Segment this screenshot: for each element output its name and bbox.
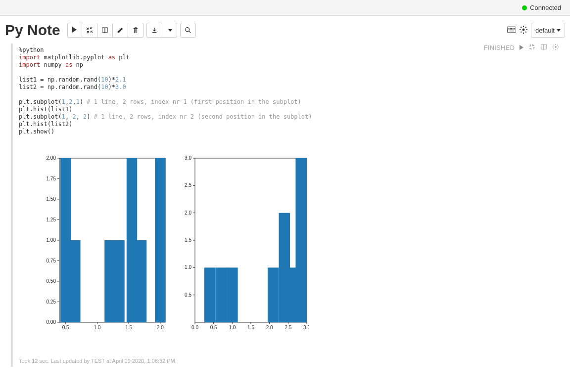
svg-rect-36 (136, 240, 146, 322)
export-caret-button[interactable] (162, 23, 177, 38)
svg-text:2.00: 2.00 (47, 155, 56, 161)
keyboard-icon (507, 25, 516, 34)
svg-text:3.0: 3.0 (303, 325, 309, 330)
svg-rect-66 (215, 267, 227, 322)
book-icon (101, 27, 108, 34)
svg-rect-32 (70, 240, 80, 322)
svg-rect-34 (114, 240, 124, 322)
download-icon (151, 27, 158, 34)
notebook-title: Py Note (5, 23, 60, 38)
svg-point-3 (555, 46, 557, 48)
svg-text:2.5: 2.5 (285, 325, 291, 330)
svg-rect-37 (155, 158, 165, 322)
cell-controls: FINISHED (484, 44, 559, 52)
versions-button[interactable] (97, 23, 113, 38)
subplot-1-histogram: 0.000.250.500.751.001.251.501.752.000.51… (39, 155, 167, 333)
svg-text:1.5: 1.5 (247, 325, 254, 330)
settings-button[interactable] (519, 25, 528, 36)
svg-text:0.00: 0.00 (47, 319, 56, 325)
connected-label: Connected (530, 4, 561, 11)
svg-text:1.0: 1.0 (185, 264, 191, 270)
code-editor[interactable]: %python import matplotlib.pyplot as plt … (19, 46, 553, 135)
run-all-button[interactable] (67, 23, 82, 38)
search-group (180, 23, 196, 38)
svg-text:0.75: 0.75 (47, 258, 56, 263)
subplot-row: 0.000.250.500.751.001.251.501.752.000.51… (39, 155, 553, 333)
svg-text:1.50: 1.50 (47, 196, 56, 202)
keyboard-shortcuts-button[interactable] (507, 25, 516, 36)
page-header: Py Note (0, 16, 570, 44)
main-toolbar (67, 23, 143, 38)
svg-text:0.5: 0.5 (210, 325, 217, 330)
shrink-icon (528, 44, 535, 50)
delete-button[interactable] (128, 23, 143, 38)
svg-text:0.25: 0.25 (47, 299, 56, 305)
cell-output: 0.000.250.500.751.001.251.501.752.000.51… (39, 155, 553, 333)
export-group (146, 23, 177, 38)
shrink-icon (86, 27, 93, 34)
svg-rect-65 (204, 267, 216, 322)
caret-down-icon (557, 29, 561, 32)
svg-text:2.0: 2.0 (266, 325, 273, 330)
caret-down-icon (168, 29, 172, 32)
cell-status: FINISHED (484, 44, 515, 51)
subplot-2-histogram: 0.51.01.52.02.53.00.00.51.01.52.02.53.0 (180, 155, 309, 333)
export-button[interactable] (146, 23, 162, 38)
svg-text:2.0: 2.0 (185, 210, 191, 216)
header-right: default (507, 23, 565, 38)
svg-rect-33 (104, 240, 115, 322)
notebook-body: FINISHED %python import matplotlib.pyplo… (0, 44, 570, 382)
book-icon (540, 44, 547, 50)
svg-text:0.0: 0.0 (191, 325, 198, 330)
svg-text:1.5: 1.5 (125, 325, 132, 330)
cell-shrink-button[interactable] (528, 44, 535, 52)
svg-rect-35 (127, 158, 137, 322)
svg-point-0 (185, 28, 189, 32)
svg-text:1.0: 1.0 (94, 325, 100, 330)
header-left: Py Note (5, 23, 196, 38)
run-icon (520, 44, 523, 51)
svg-text:2.0: 2.0 (157, 325, 164, 330)
svg-text:1.0: 1.0 (229, 325, 236, 330)
gear-icon (519, 25, 528, 34)
svg-text:1.5: 1.5 (185, 237, 191, 243)
svg-text:0.50: 0.50 (47, 278, 56, 284)
svg-rect-68 (268, 267, 279, 322)
edit-button[interactable] (113, 23, 128, 38)
run-icon (72, 27, 77, 34)
paragraph-cell: FINISHED %python import matplotlib.pyplo… (11, 44, 559, 367)
svg-text:0.5: 0.5 (62, 325, 69, 330)
svg-text:1.25: 1.25 (47, 217, 56, 222)
svg-point-2 (522, 28, 524, 31)
cell-gear-button[interactable] (552, 44, 559, 52)
svg-text:0.5: 0.5 (185, 292, 191, 298)
top-bar: Connected (0, 0, 570, 16)
connected-dot (522, 5, 527, 10)
cell-run-button[interactable] (520, 44, 523, 51)
shrink-button[interactable] (82, 23, 97, 38)
edit-icon (117, 27, 124, 34)
svg-text:3.0: 3.0 (185, 155, 191, 161)
svg-text:1.00: 1.00 (47, 237, 56, 243)
mode-selector[interactable]: default (531, 23, 565, 38)
cell-book-button[interactable] (540, 44, 547, 52)
gear-icon (552, 44, 559, 50)
trash-icon (132, 27, 139, 34)
search-icon (185, 27, 191, 34)
mode-label: default (535, 27, 555, 34)
svg-rect-71 (295, 158, 307, 322)
svg-rect-67 (227, 267, 238, 322)
svg-text:2.5: 2.5 (185, 182, 191, 188)
svg-rect-31 (60, 158, 71, 322)
svg-text:1.75: 1.75 (47, 176, 56, 181)
cell-footer-meta: Took 12 sec. Last updated by TEST at Apr… (19, 358, 553, 364)
search-button[interactable] (180, 23, 196, 38)
